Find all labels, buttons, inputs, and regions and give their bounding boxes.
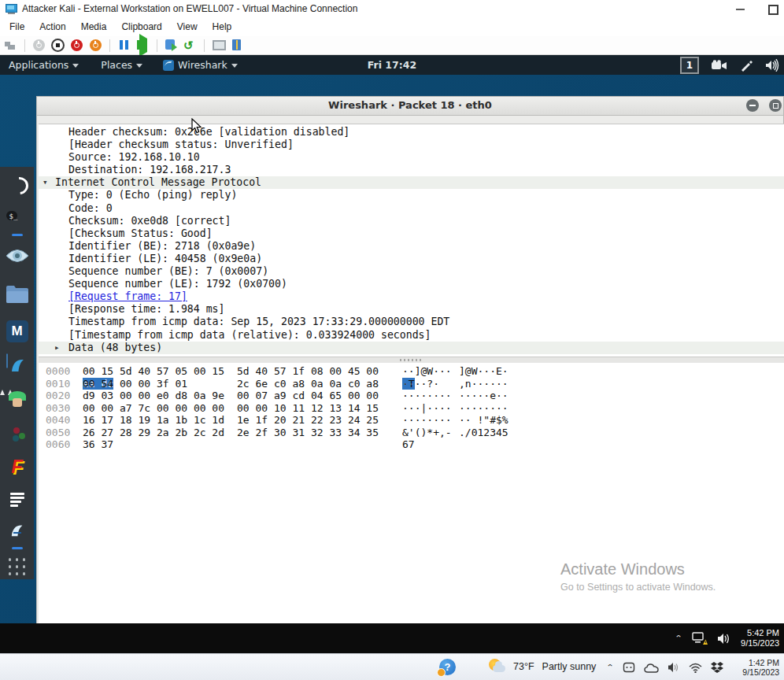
pause-icon[interactable] [117,39,131,52]
resume-icon[interactable] [136,39,150,52]
menu-clipboard[interactable]: Clipboard [121,21,161,32]
detail-line[interactable]: ▾Internet Control Message Protocol [39,176,784,189]
start-icon[interactable] [32,39,46,52]
ettercap-icon[interactable] [6,389,29,412]
hex-row[interactable]: 004016 17 18 19 1a 1b 1c 1d1e 1f 20 21 2… [39,414,784,427]
checkpoint-icon[interactable] [165,39,178,52]
enhanced-session-icon[interactable] [212,39,225,52]
menu-action[interactable]: Action [39,21,65,32]
rdp-clock[interactable]: 5:42 PM 9/15/2023 [741,628,779,649]
metasploit-icon[interactable]: M [6,320,29,343]
hex-row[interactable]: 001000 54 ea dc 00 00 3f 012c 6e c0 a8 0… [39,378,784,390]
detail-line[interactable]: Sequence number (BE): 7 (0x0007) [39,265,784,278]
detail-line[interactable]: Header checksum: 0x2c6e [validation disa… [39,126,784,139]
menu-help[interactable]: Help [213,21,232,32]
network-warning-icon[interactable] [692,632,708,645]
faraday-icon[interactable]: F [6,455,29,479]
hex-offset: 0030 [46,402,70,415]
separator [157,39,157,52]
hex-row[interactable]: 005026 27 28 29 2a 2b 2c 2d2e 2f 30 31 3… [39,427,784,439]
chevron-up-icon[interactable]: ⌃ [675,634,682,642]
menu-view[interactable]: View [177,21,198,32]
hex-pane[interactable]: 000000 15 5d 40 57 05 00 155d 40 57 1f 0… [39,363,784,640]
turn-off-icon[interactable] [51,39,65,52]
notes-icon[interactable] [6,488,29,512]
eye-icon[interactable] [6,247,29,271]
revert-icon[interactable]: ↺ [183,39,197,52]
minimize-icon[interactable] [746,99,759,112]
volume-icon[interactable] [717,633,731,645]
minimize-icon[interactable] [735,4,745,14]
detail-text: Internet Control Message Protocol [55,176,261,189]
detail-line[interactable]: [Response time: 1.984 ms] [39,303,784,316]
wireshark-capture-icon[interactable] [6,521,29,545]
collapse-arrow-icon[interactable]: ▾ [43,176,55,189]
detail-line[interactable]: Source: 192.168.10.10 [39,151,784,164]
menu-file[interactable]: File [9,21,24,32]
detail-line[interactable]: Checksum: 0xe0d8 [correct] [39,215,784,227]
device-icon[interactable] [623,662,635,673]
screen-record-icon[interactable] [712,60,727,71]
wifi-icon[interactable] [689,663,702,673]
detail-text: Checksum: 0xe0d8 [correct] [68,215,231,227]
screen: Attacker Kali - External Workstation on … [0,0,784,680]
host-taskbar[interactable]: ? 73°F Partly sunny ⌃ [0,653,784,680]
detail-line[interactable]: [Checksum Status: Good] [39,227,784,240]
vm-window-titlebar[interactable]: Attacker Kali - External Workstation on … [0,0,784,17]
detail-link[interactable]: [Request frame: 17] [68,290,187,303]
detail-text: Sequence number (BE): 7 (0x0007) [68,265,268,278]
weather-temp: 73°F [513,661,534,672]
ctrl-alt-del-icon[interactable] [4,39,17,52]
maximize-icon[interactable] [769,99,782,112]
hex-row[interactable]: 000000 15 5d 40 57 05 00 155d 40 57 1f 0… [39,365,784,378]
hex-ascii[interactable]: ·T····?· [402,378,415,390]
save-icon[interactable] [89,39,102,52]
hex-offset: 0000 [46,365,70,378]
detail-line[interactable]: Destination: 192.168.217.3 [39,164,784,176]
host-clock[interactable]: 1:42 PM 9/15/2023 [732,658,779,678]
wireshark-titlebar[interactable]: Wireshark · Packet 18 · eth0 [37,97,783,116]
detail-line[interactable]: Type: 0 (Echo (ping) reply) [39,189,784,201]
detail-line[interactable]: Timestamp from icmp data: Sep 15, 2023 1… [39,316,784,328]
hyperv-app-icon [6,4,17,14]
weather-widget[interactable]: 73°F Partly sunny [488,658,596,675]
rdp-taskbar[interactable]: ⌃ 5:42 PM 9/15/2023 [0,623,784,653]
firefox-icon[interactable] [6,173,29,197]
hex-row[interactable]: 0020d9 03 00 00 e0 d8 0a 9e00 07 a9 cd 0… [39,390,784,402]
detail-text: Code: 0 [68,202,113,215]
app-dots-icon[interactable] [6,423,29,447]
menu-media[interactable]: Media [81,21,107,32]
show-applications-icon[interactable] [6,557,29,581]
expand-arrow-icon[interactable]: ▸ [54,342,68,354]
volume-icon[interactable] [765,59,781,72]
detail-line[interactable]: Identifier (LE): 40458 (0x9e0a) [39,253,784,265]
terminal-icon[interactable]: $_ [6,208,29,231]
file-manager-icon[interactable] [6,285,29,309]
dropbox-icon[interactable] [711,662,723,673]
detail-line[interactable]: [Request frame: 17] [39,290,784,303]
detail-line[interactable]: [Header checksum status: Unverified] [39,139,784,151]
detail-line[interactable]: Identifier (BE): 2718 (0x0a9e) [39,240,784,253]
vm-menubar: File Action Media Clipboard View Help [0,17,784,36]
shut-down-icon[interactable] [70,39,83,52]
panel-clock[interactable]: Fri 17:42 [0,59,784,71]
hex-row[interactable]: 003000 00 a7 7c 00 00 00 0000 00 10 11 1… [39,402,784,415]
volume-icon[interactable] [668,662,680,673]
share-icon[interactable] [231,39,244,52]
detail-text: Timestamp from icmp data: Sep 15, 2023 1… [68,316,449,328]
detail-text: Data (48 bytes) [68,342,162,354]
workspace-indicator[interactable]: 1 [680,57,699,74]
detail-line[interactable]: ▸Data (48 bytes) [39,342,784,354]
chevron-up-icon[interactable]: ⌃ [606,663,614,671]
detail-line[interactable]: Sequence number (LE): 1792 (0x0700) [39,278,784,290]
help-icon[interactable]: ? [439,659,456,675]
maximize-icon[interactable] [767,4,778,14]
stylus-icon[interactable] [740,59,753,72]
hex-row[interactable]: 006036 3767 [39,438,784,451]
wireshark-icon[interactable] [6,354,29,378]
detail-line[interactable]: [Timestamp from icmp data (relative): 0.… [39,329,784,342]
detail-line[interactable]: Code: 0 [39,202,784,215]
hex-bytes[interactable]: 00 54 ea dc 00 00 3f 01 [83,378,113,390]
packet-detail-tree[interactable]: Header checksum: 0x2c6e [validation disa… [39,124,784,359]
onedrive-icon[interactable] [644,663,659,673]
